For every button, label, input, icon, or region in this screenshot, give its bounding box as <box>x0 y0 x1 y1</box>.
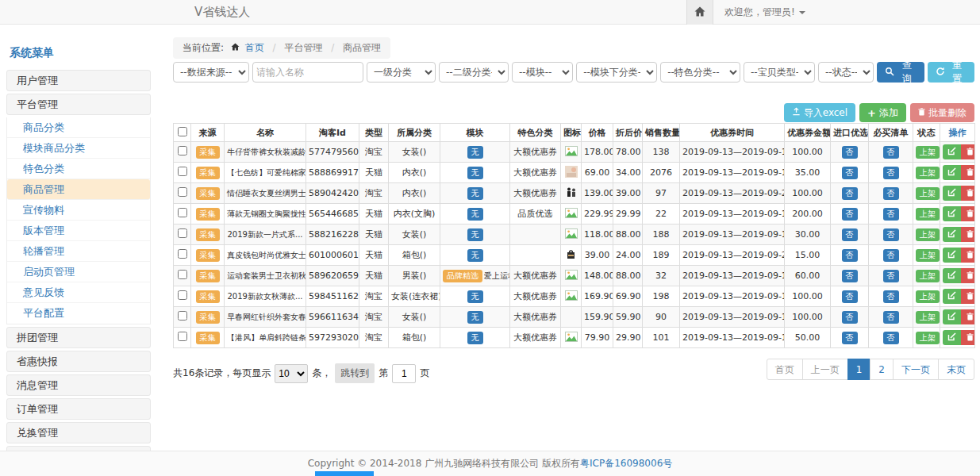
must-buy-toggle[interactable]: 否 <box>883 311 899 324</box>
status-badge[interactable]: 上架 <box>916 311 940 324</box>
import-select-toggle[interactable]: 否 <box>842 311 858 324</box>
module-badge[interactable]: 无 <box>467 187 483 200</box>
import-select-toggle[interactable]: 否 <box>842 167 858 179</box>
page-button-末页[interactable]: 末页 <box>938 359 974 380</box>
import-select-toggle[interactable]: 否 <box>842 208 858 221</box>
sidebar-item-message-mgmt[interactable]: 消息管理 <box>6 374 151 396</box>
must-buy-toggle[interactable]: 否 <box>883 167 899 179</box>
delete-button[interactable] <box>961 268 975 283</box>
sidebar-subitem-feedback[interactable]: 意见反馈 <box>7 282 150 303</box>
import-select-toggle[interactable]: 否 <box>842 332 858 344</box>
must-buy-toggle[interactable]: 否 <box>883 249 899 262</box>
module-badge[interactable]: 无 <box>467 311 483 324</box>
level2-category-select[interactable]: --二级分类-- <box>439 62 509 83</box>
reset-button[interactable]: 重置 <box>928 62 975 83</box>
import-select-toggle[interactable]: 否 <box>842 270 858 282</box>
home-button[interactable] <box>686 0 713 25</box>
status-select[interactable]: --状态-- <box>818 62 874 83</box>
edit-button[interactable] <box>943 330 961 345</box>
status-badge[interactable]: 上架 <box>916 270 940 282</box>
edit-button[interactable] <box>943 144 961 159</box>
module-badge[interactable]: 无 <box>467 249 483 262</box>
sidebar-item-group-buy-mgmt[interactable]: 拼团管理 <box>6 327 151 348</box>
user-menu[interactable]: 欢迎您，管理员! <box>724 6 805 19</box>
delete-button[interactable] <box>961 186 975 201</box>
delete-button[interactable] <box>961 330 975 345</box>
page-button-1[interactable]: 1 <box>847 359 871 380</box>
edit-button[interactable] <box>943 165 961 180</box>
status-badge[interactable]: 上架 <box>916 187 940 200</box>
row-checkbox[interactable] <box>178 332 187 341</box>
must-buy-toggle[interactable]: 否 <box>883 187 899 200</box>
import-select-toggle[interactable]: 否 <box>842 187 858 200</box>
module-badge[interactable]: 无 <box>467 146 483 159</box>
row-checkbox[interactable] <box>178 249 187 259</box>
sidebar-subitem-goods-category[interactable]: 商品分类 <box>7 117 150 138</box>
sidebar-item-platform-mgmt[interactable]: 平台管理 <box>6 94 151 115</box>
edit-button[interactable] <box>943 227 961 242</box>
sidebar-subitem-platform-config[interactable]: 平台配置 <box>7 303 150 324</box>
status-badge[interactable]: 上架 <box>916 332 940 344</box>
feature-category-select[interactable]: --特色分类-- <box>660 62 740 83</box>
delete-button[interactable] <box>961 165 975 180</box>
page-button-首页[interactable]: 首页 <box>767 359 803 380</box>
must-buy-toggle[interactable]: 否 <box>883 290 899 303</box>
row-checkbox[interactable] <box>178 187 187 197</box>
data-source-select[interactable]: --数据来源-- <box>173 62 249 83</box>
row-checkbox[interactable] <box>178 270 187 279</box>
delete-button[interactable] <box>961 206 975 221</box>
sidebar-item-saving-news[interactable]: 省惠快报 <box>6 351 151 372</box>
add-button[interactable]: + 添加 <box>859 103 906 122</box>
jump-button[interactable]: 跳转到 <box>335 363 375 383</box>
edit-button[interactable] <box>943 248 961 263</box>
module-badge[interactable]: 无 <box>467 228 483 241</box>
module-badge[interactable]: 无 <box>467 167 483 179</box>
icp-link[interactable]: 粤ICP备16098006号 <box>580 458 672 469</box>
status-badge[interactable]: 上架 <box>916 228 940 241</box>
status-badge[interactable]: 上架 <box>916 249 940 262</box>
search-button[interactable]: 查询 <box>877 62 924 83</box>
row-checkbox[interactable] <box>178 208 187 217</box>
sidebar-item-order-mgmt[interactable]: 订单管理 <box>6 398 151 420</box>
name-search-input[interactable] <box>252 62 363 83</box>
import-select-toggle[interactable]: 否 <box>842 249 858 262</box>
batch-delete-button[interactable]: 批量删除 <box>910 103 974 122</box>
status-badge[interactable]: 上架 <box>916 167 940 179</box>
row-checkbox[interactable] <box>178 167 187 176</box>
delete-button[interactable] <box>961 144 975 159</box>
row-checkbox[interactable] <box>178 146 187 155</box>
must-buy-toggle[interactable]: 否 <box>883 270 899 282</box>
module-badge[interactable]: 品牌精选 <box>443 270 482 282</box>
edit-button[interactable] <box>943 186 961 201</box>
sidebar-subitem-goods-mgmt[interactable]: 商品管理 <box>7 179 150 200</box>
page-button-2[interactable]: 2 <box>870 359 894 380</box>
module-badge[interactable]: 无 <box>467 208 483 221</box>
import-select-toggle[interactable]: 否 <box>842 146 858 159</box>
per-page-select[interactable]: 10 <box>275 364 308 383</box>
import-select-toggle[interactable]: 否 <box>842 228 858 241</box>
sidebar-subitem-promo-material[interactable]: 宣传物料 <box>7 200 150 221</box>
module-badge[interactable]: 无 <box>467 332 483 344</box>
row-checkbox[interactable] <box>178 311 187 321</box>
delete-button[interactable] <box>961 248 975 263</box>
sidebar-item-exchange-mgmt[interactable]: 兑换管理 <box>6 422 151 443</box>
edit-button[interactable] <box>943 206 961 221</box>
must-buy-toggle[interactable]: 否 <box>883 228 899 241</box>
page-button-下一页[interactable]: 下一页 <box>893 359 939 380</box>
item-type-select[interactable]: --宝贝类型-- <box>744 62 815 83</box>
row-checkbox[interactable] <box>178 290 187 300</box>
delete-button[interactable] <box>961 289 975 304</box>
status-badge[interactable]: 上架 <box>916 146 940 159</box>
page-number-input[interactable] <box>392 364 416 383</box>
sidebar-subitem-module-goods-category[interactable]: 模块商品分类 <box>7 138 150 159</box>
breadcrumb-home-link[interactable]: 首页 <box>245 42 264 53</box>
must-buy-toggle[interactable]: 否 <box>883 146 899 159</box>
delete-button[interactable] <box>961 309 975 324</box>
import-select-toggle[interactable]: 否 <box>842 290 858 303</box>
page-button-上一页[interactable]: 上一页 <box>802 359 848 380</box>
level1-category-select[interactable]: 一级分类 <box>367 62 436 83</box>
row-checkbox[interactable] <box>178 228 187 238</box>
select-all-checkbox[interactable] <box>178 127 187 136</box>
must-buy-toggle[interactable]: 否 <box>883 208 899 221</box>
sidebar-subitem-version-mgmt[interactable]: 版本管理 <box>7 221 150 241</box>
